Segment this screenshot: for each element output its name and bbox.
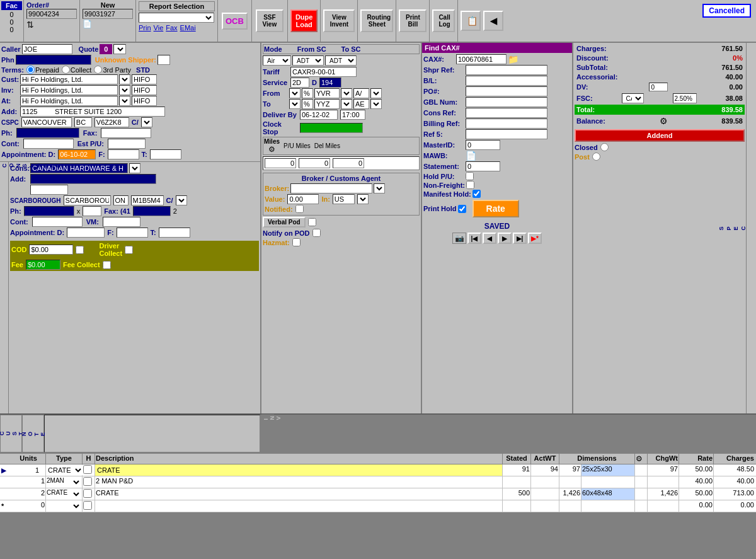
to-code-input[interactable]: AE [353, 99, 369, 109]
row2-h[interactable] [83, 477, 92, 486]
fax-input-cons[interactable] [133, 206, 171, 216]
dv-input-charge[interactable]: 0 [649, 83, 668, 91]
ssf-view-btn[interactable]: SSFView [256, 9, 284, 32]
from-dropdown1[interactable] [289, 88, 301, 98]
appt-date-input-cust[interactable]: 06-10-02 [58, 149, 96, 159]
order-input[interactable]: 99004234 [26, 9, 77, 19]
notified-checkbox[interactable] [295, 205, 304, 213]
at-code-input[interactable]: HIFO [132, 96, 157, 106]
d-input[interactable]: 194 [319, 78, 341, 88]
tariff-input[interactable]: CAXR9-00-01 [290, 67, 357, 77]
row1-type[interactable] [47, 465, 73, 475]
cax-input[interactable]: 100670861 [456, 54, 507, 64]
from-city-input[interactable]: YVR [314, 88, 340, 98]
mawb-icon[interactable]: 📄 [466, 151, 476, 161]
f-input-cons[interactable] [117, 228, 148, 238]
sort-icon[interactable]: ⇅ [26, 20, 34, 30]
cons-ref-input[interactable] [466, 108, 547, 118]
nav-last-btn[interactable]: ▶| [513, 233, 527, 244]
add-input-cons[interactable] [30, 174, 156, 184]
nav-prev-btn[interactable]: ◀ [483, 233, 496, 244]
cod-checkbox[interactable] [76, 246, 84, 254]
city-input-cons[interactable]: SCARBOROUGH [64, 195, 111, 205]
masterid-input[interactable]: 0 [466, 140, 500, 150]
po-input[interactable] [466, 86, 547, 96]
deliver-date-input[interactable]: 06-12-02 [300, 110, 338, 120]
fsc-pct-input[interactable]: 2.50% [673, 93, 697, 103]
cust-code-input[interactable]: HIFO [132, 74, 157, 84]
cust-tab-btn[interactable]: CUST [0, 415, 22, 452]
gbl-input[interactable] [466, 97, 547, 107]
add-input-cons2[interactable] [30, 185, 68, 195]
addend-btn[interactable]: Addend [575, 129, 745, 142]
verbal-pod-checkbox[interactable] [308, 218, 316, 226]
hazmat-checkbox[interactable] [292, 238, 301, 246]
table-row[interactable]: 1 2MAN 2 MAN P&D 40.00 40.00 [0, 476, 756, 488]
balance-icon[interactable]: ⚙ [660, 116, 668, 126]
closed-radio[interactable] [600, 143, 609, 151]
fsc-code-dropdown[interactable]: CAX [622, 93, 644, 103]
province-input-cust[interactable]: BC [74, 117, 92, 127]
del-miles-input[interactable]: 0 [333, 158, 364, 168]
service-input[interactable]: 2D [290, 78, 309, 88]
country-dropdown-cons[interactable] [176, 195, 187, 205]
broker-input[interactable] [290, 183, 372, 193]
view-invent-btn[interactable]: ViewInvent [323, 9, 355, 32]
nav-next-btn[interactable]: ▶ [498, 233, 512, 244]
clock-stop-input[interactable] [300, 123, 363, 133]
cod-input[interactable]: $0.00 [29, 245, 73, 255]
verbal-pod-btn[interactable]: Verbal Pod [263, 217, 306, 228]
at-dropdown[interactable] [119, 96, 130, 106]
table-row[interactable]: * 0 0.00 0.00 [0, 500, 756, 512]
cust-dropdown[interactable] [119, 74, 130, 84]
dupe-load-btn[interactable]: DupeLoad [290, 9, 318, 32]
statement-input[interactable]: 0 [466, 161, 500, 171]
row3-type-dropdown[interactable] [71, 489, 81, 499]
call-log-btn[interactable]: CallLog [432, 9, 455, 32]
prepaid-radio[interactable] [26, 66, 35, 74]
appt-date-input-cons[interactable] [67, 228, 105, 238]
mode-dropdown[interactable]: Air [263, 55, 291, 66]
nav-add-btn[interactable]: ▶* [528, 233, 542, 244]
nav-first-btn[interactable]: |◀ [467, 233, 481, 244]
ref5-input[interactable] [466, 129, 547, 139]
to-dropdown1[interactable] [289, 99, 301, 109]
inv-dropdown[interactable] [119, 85, 130, 95]
phone-input[interactable] [16, 55, 91, 65]
fee-input[interactable]: $0.00 [26, 260, 60, 270]
col-dim-icon[interactable]: ⚙ [635, 454, 648, 464]
pu-miles-input[interactable]: 0 [299, 158, 330, 168]
ocb-btn[interactable]: OCB [222, 13, 248, 30]
country-dropdown-cust[interactable] [141, 117, 152, 127]
shpr-ref-input[interactable] [466, 65, 547, 75]
deliver-time-input[interactable]: 17:00 [340, 110, 365, 120]
table-row[interactable]: ▶ 91 94 97 25x25x30 97 50.00 48.50 [0, 464, 756, 476]
from-code-input[interactable]: A/ [353, 88, 369, 98]
ph-input-cust[interactable] [16, 128, 79, 138]
value-input[interactable]: 0.00 [287, 194, 319, 204]
routing-sheet-btn[interactable]: RoutingSheet [360, 9, 393, 32]
billing-ref-input[interactable] [466, 118, 547, 129]
fax-tab[interactable]: Fax [166, 24, 177, 32]
note-area[interactable] [44, 415, 260, 452]
row4-type-dropdown[interactable] [71, 501, 81, 511]
ph-input-cons[interactable] [24, 206, 74, 216]
from-sc-dropdown[interactable]: ADT [292, 55, 324, 66]
table-row[interactable]: 2 CRATE CRATE 500 1,426 60x48x48 1,426 5… [0, 488, 756, 500]
print-bill-btn[interactable]: PrintBill [399, 9, 427, 32]
print-hold-checkbox[interactable] [458, 205, 466, 213]
cons-dropdown[interactable] [129, 163, 140, 173]
note-tab-btn[interactable]: NOTE [22, 415, 44, 452]
f-input-cust[interactable] [108, 149, 139, 159]
postal-input-cust[interactable]: V6Z2K8 [94, 117, 129, 127]
row1-type-dropdown[interactable] [73, 465, 83, 475]
third-party-radio[interactable] [94, 66, 102, 74]
cont-input-cons[interactable] [32, 217, 83, 227]
hold-pu-checkbox[interactable] [466, 172, 474, 180]
inv-input[interactable]: Hi Fo Holdings, Ltd. [20, 85, 118, 95]
miles-input[interactable]: 0 [265, 158, 296, 168]
fee-collect-checkbox[interactable] [103, 261, 111, 269]
non-freight-checkbox[interactable] [466, 181, 474, 189]
from-pct[interactable] [302, 88, 313, 98]
icon-btn-2[interactable]: ◀ [483, 11, 503, 31]
